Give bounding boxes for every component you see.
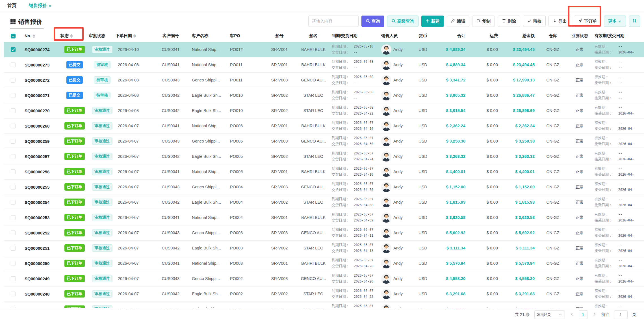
ship-name: BAHRI BULK [301,261,326,266]
ship-name: BAHRI BULK [301,215,326,220]
row-checkbox[interactable] [11,93,16,98]
table-row[interactable]: SQ00000248 已下订单 审核通过 2026-04-07 CUS0042 … [4,286,644,301]
search-input[interactable] [308,16,359,27]
query-button[interactable]: 查询 [361,16,384,27]
row-checkbox[interactable] [11,63,16,67]
warehouse: CN-GZ [547,154,560,159]
currency: USD [419,215,427,220]
sort-caret-icon[interactable] [32,34,35,38]
currency: USD [419,276,427,281]
table-row[interactable]: SQ00000250 已下订单 审核通过 2026-04-07 CUS0041 … [4,256,644,271]
more-button[interactable]: 更多 [604,16,626,27]
goto-page-input[interactable] [614,310,628,319]
freight-amount: $ 0.00 [487,185,498,189]
freight-amount: $ 0.00 [487,139,498,143]
tab-home[interactable]: 首页 [7,3,16,9]
row-checkbox[interactable] [11,215,16,220]
row-checkbox[interactable] [11,292,16,296]
due-delivery-cell: 到期日期：2026-05-08 交货日期：2026-04-22 [332,103,381,118]
delete-button[interactable]: 删除 [498,16,520,27]
total-amount: $ 3,915.54 [446,108,465,113]
row-checkbox[interactable] [11,261,16,266]
place-order-button[interactable]: 下订单 [574,16,601,27]
row-checkbox[interactable] [11,200,16,205]
valid-accept-cell: 有效期：-- 接受日期：2026-04- [595,256,644,271]
table-row[interactable]: SQ00000249 已下订单 审核通过 2026-04-07 CUS0043 … [4,271,644,286]
quote-number: SQ00000273 [25,63,49,67]
table-row[interactable]: SQ00000254 已下订单 审核通过 2026-04-07 CUS0042 … [4,195,644,210]
order-date: 2026-04-08 [118,63,139,67]
row-checkbox[interactable] [11,169,16,174]
status-badge: 已下订单 [64,214,85,221]
tab-close-icon[interactable]: × [49,3,51,8]
total-amount: $ 2,362.24 [446,124,465,128]
ship-no: SR-V002 [271,154,288,159]
status-badge: 已下订单 [64,122,85,130]
table-row[interactable]: SQ00000252 已下订单 审核通过 2026-04-07 CUS0043 … [4,225,644,240]
table-row[interactable]: SQ00000257 已下订单 审核通过 2026-04-07 CUS0042 … [4,149,644,164]
table-row[interactable]: SQ00000273 已提交 待审核 2026-04-08 CUS0041 Na… [4,57,644,72]
row-checkbox[interactable] [11,78,16,83]
col-order-date[interactable]: 下单日期 [116,30,149,42]
table-row[interactable]: SQ00000251 已下订单 审核通过 2026-04-07 CUS0042 … [4,240,644,256]
tab-sales-quotation[interactable]: 销售报价 × [29,3,51,9]
advanced-query-button[interactable]: 高级查询 [387,16,419,27]
row-checkbox[interactable] [11,246,16,251]
row-checkbox[interactable] [11,47,16,52]
table-row[interactable]: SQ00000259 已下订单 审核通过 2026-04-07 CUS0043 … [4,133,644,149]
customer-no: CUS0042 [162,246,180,250]
quote-number: SQ00000260 [25,124,49,128]
next-page-icon[interactable] [592,312,597,317]
col-no[interactable]: No. [22,30,60,42]
sort-arrows-icon [632,18,637,24]
table-row[interactable]: SQ00000260 已下订单 审核通过 2026-04-07 CUS0041 … [4,118,644,133]
row-checkbox[interactable] [11,124,16,128]
edit-button[interactable]: 编辑 [447,16,469,27]
customer-no: CUS0041 [162,169,180,174]
audit-button[interactable]: 审核 [523,16,546,27]
table-row[interactable]: SQ00000274 已下订单 审核通过 2026-04-10 CUS0041 … [4,42,644,57]
table-row[interactable]: SQ00000271 已提交 待审核 2026-04-08 CUS0042 Ea… [4,88,644,103]
export-button[interactable]: 导出 [548,16,571,27]
table-row[interactable]: SQ00000255 已下订单 审核通过 2026-04-07 CUS0043 … [4,179,644,195]
freight-amount: $ 0.00 [487,215,498,220]
copy-button[interactable]: 复制 [472,16,495,27]
ship-no: SR-V001 [271,215,288,220]
col-due-delivery: 到期/交货日期 [332,30,381,42]
table-row[interactable]: SQ00000253 已下订单 审核通过 2026-04-07 CUS0041 … [4,210,644,225]
row-checkbox[interactable] [11,185,16,189]
table-row[interactable]: SQ00000270 已下订单 审核通过 2026-04-08 CUS0042 … [4,103,644,118]
quote-number: SQ00000253 [25,215,49,220]
warehouse: CN-GZ [547,215,560,220]
row-checkbox[interactable] [11,108,16,113]
sales-person-cell: Andy [381,105,411,116]
prev-page-icon[interactable] [569,312,574,317]
row-checkbox[interactable] [11,139,16,144]
row-checkbox[interactable] [11,276,16,281]
customer-name: Eagle Bulk Sh... [192,108,221,113]
total-amount: $ 3,620.58 [446,215,465,220]
table-row[interactable]: SQ00000272 已提交 待审核 2026-04-08 CUS0043 Ge… [4,72,644,88]
sort-caret-icon[interactable] [70,34,73,38]
sales-person-cell: Andy [381,289,411,299]
freight-amount: $ 0.00 [487,200,498,204]
valid-accept-cell: 有效期：-- 接受日期：-- [595,88,644,103]
customer-po: PO005 [230,139,243,143]
sort-toggle-button[interactable] [629,16,640,27]
order-date: 2026-04-07 [118,124,139,128]
col-approval: 审批状态 [89,30,116,42]
row-checkbox[interactable] [11,154,16,159]
select-all-checkbox[interactable] [11,34,16,38]
page-number[interactable]: 1 [579,310,587,319]
status-badge: 已下订单 [64,168,85,175]
sort-caret-icon[interactable] [133,34,136,38]
row-checkbox[interactable] [11,230,16,235]
quote-number: SQ00000271 [25,93,49,98]
table-row[interactable]: SQ00000256 已下订单 审核通过 2026-04-07 CUS0041 … [4,164,644,179]
warehouse: CN-GZ [547,124,560,128]
page-size-select[interactable]: 30条/页 [534,310,565,319]
customer-no: CUS0043 [162,276,180,281]
create-button[interactable]: 新建 [421,16,444,27]
sales-person-cell: Andy [381,182,411,192]
col-status[interactable]: 状态 [60,30,89,42]
